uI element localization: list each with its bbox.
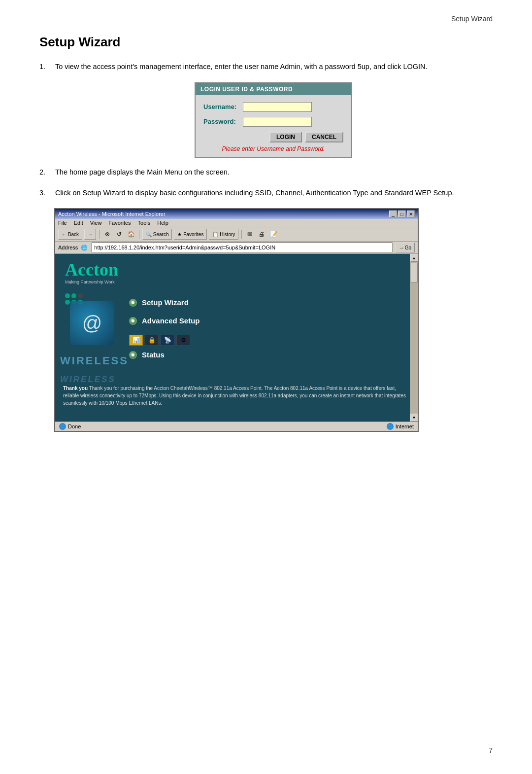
go-button[interactable]: → Go (396, 243, 415, 252)
tb-icon-3[interactable]: 📡 (161, 335, 174, 346)
menu-view[interactable]: View (90, 220, 102, 226)
instructions-list: 1. To view the access point's management… (39, 62, 493, 72)
nav-radio-advanced (129, 317, 137, 325)
refresh-icon[interactable]: ↺ (114, 229, 124, 239)
circle2 (71, 293, 76, 298)
tb-icon-4[interactable]: ⚙ (176, 335, 190, 346)
nav-radio-inner-advanced (132, 319, 134, 322)
nav-radio-inner-setup (132, 301, 134, 304)
toolbar-sep3 (241, 230, 242, 239)
description-text: Thank you Thank you for purchasing the A… (63, 385, 410, 407)
login-dialog: LOGIN USER ID & PASSWORD Username: Passw… (195, 82, 352, 158)
nav-label-advanced-setup: Advanced Setup (142, 317, 200, 325)
password-label: Password: (203, 118, 243, 125)
search-button[interactable]: 🔍 Search (142, 229, 172, 240)
wireless-text: WIRELESS (60, 354, 129, 367)
browser-title: Accton Wireless - Microsoft Internet Exp… (58, 211, 166, 217)
stop-icon[interactable]: ⊗ (102, 229, 112, 239)
instruction-text-2: The home page displays the Main Menu on … (55, 167, 493, 178)
toolbar-sep1 (99, 230, 100, 239)
browser-content: Accton Making Partnership Work @ (55, 254, 418, 422)
at-icon: @ (70, 301, 114, 345)
nav-item-advanced-setup[interactable]: Advanced Setup (129, 317, 200, 325)
accton-logo: Accton (65, 261, 408, 279)
browser-menubar: File Edit View Favorites Tools Help (55, 219, 418, 227)
content-toolbar-icons: 📊 🔒 📡 ⚙ (129, 335, 200, 346)
username-row: Username: (203, 102, 343, 112)
login-error: Please enter Username and Password. (203, 145, 343, 152)
instructions-list-2: 2. The home page displays the Main Menu … (39, 167, 493, 178)
password-row: Password: (203, 117, 343, 127)
address-input[interactable] (92, 243, 392, 252)
favorites-button[interactable]: ★ Favorites (174, 229, 207, 240)
scroll-track (410, 262, 418, 414)
instruction-num-3: 3. (39, 188, 51, 199)
tb-icon-2[interactable]: 🔒 (145, 335, 159, 346)
edit-doc-icon[interactable]: 📝 (268, 229, 278, 239)
accton-tagline: Making Partnership Work (65, 280, 408, 284)
status-internet: 🌐 Internet (387, 423, 414, 430)
login-button[interactable]: LOGIN (269, 132, 302, 142)
scrollbar: ▲ ▼ (410, 254, 418, 422)
page-number: 7 (489, 746, 493, 754)
login-dialog-body: Username: Password: LOGIN CANCEL Please … (196, 95, 351, 157)
password-input[interactable] (243, 117, 312, 127)
back-button[interactable]: ← Back (58, 229, 82, 240)
menu-favorites[interactable]: Favorites (108, 220, 131, 226)
status-done: 🌐 Done (59, 423, 81, 430)
browser-description: Thank you Thank you for purchasing the A… (63, 385, 410, 407)
instruction-item-2: 2. The home page displays the Main Menu … (39, 167, 493, 178)
instruction-item-1: 1. To view the access point's management… (39, 62, 493, 72)
print-icon[interactable]: 🖨 (257, 229, 266, 239)
nav-item-setup-wizard[interactable]: Setup Wizard (129, 298, 200, 307)
minimize-button[interactable]: _ (389, 211, 397, 217)
nav-radio-setup (129, 299, 137, 307)
circle1 (65, 293, 70, 298)
toolbar-sep2 (139, 230, 139, 239)
nav-label-status: Status (142, 351, 165, 359)
accton-header: Accton Making Partnership Work (55, 254, 418, 288)
browser-nav-menu: Setup Wizard Advanced Setup 📊 🔒 📡 ⚙ (129, 298, 200, 369)
nav-radio-status (129, 351, 137, 359)
nav-radio-inner-status (132, 353, 134, 356)
forward-button[interactable]: → (84, 229, 96, 240)
scroll-thumb[interactable] (411, 263, 418, 282)
instruction-num-2: 2. (39, 167, 51, 178)
browser-statusbar: 🌐 Done 🌐 Internet (55, 422, 418, 431)
instruction-item-3: 3. Click on Setup Wizard to display basi… (39, 188, 493, 199)
description-body: Thank you for purchasing the Accton Chee… (63, 386, 406, 406)
menu-edit[interactable]: Edit (74, 220, 83, 226)
page-header: Setup Wizard (451, 15, 493, 23)
menu-tools[interactable]: Tools (138, 220, 151, 226)
login-buttons: LOGIN CANCEL (203, 132, 343, 142)
instruction-text-3: Click on Setup Wizard to display basic c… (55, 188, 493, 199)
home-icon[interactable]: 🏠 (126, 229, 136, 239)
scroll-down-button[interactable]: ▼ (410, 414, 418, 422)
instruction-num-1: 1. (39, 62, 51, 72)
username-label: Username: (203, 103, 243, 110)
browser-titlebar: Accton Wireless - Microsoft Internet Exp… (55, 209, 418, 219)
history-button[interactable]: 📋 History (209, 229, 238, 240)
scroll-up-button[interactable]: ▲ (410, 254, 418, 262)
cancel-button[interactable]: CANCEL (305, 132, 343, 142)
close-button[interactable]: ✕ (407, 211, 415, 217)
done-icon: 🌐 (59, 423, 66, 430)
nav-item-status[interactable]: Status (129, 351, 200, 359)
circle4 (65, 300, 70, 305)
mail-icon[interactable]: ✉ (245, 229, 255, 239)
browser-toolbar: ← Back → ⊗ ↺ 🏠 🔍 Search ★ Favorites 📋 Hi… (55, 227, 418, 242)
status-done-label: Done (68, 423, 81, 429)
username-input[interactable] (243, 102, 312, 112)
window-controls: _ □ ✕ (389, 211, 415, 217)
maximize-button[interactable]: □ (398, 211, 406, 217)
tb-icon-1[interactable]: 📊 (129, 335, 143, 346)
menu-file[interactable]: File (58, 220, 67, 226)
login-dialog-title: LOGIN USER ID & PASSWORD (196, 83, 351, 95)
main-title: Setup Wizard (39, 35, 493, 50)
nav-label-setup-wizard: Setup Wizard (142, 298, 189, 307)
go-arrow-icon: → (399, 245, 404, 250)
address-label: Address (58, 245, 78, 250)
address-icon: 🌐 (81, 245, 88, 251)
menu-help[interactable]: Help (157, 220, 168, 226)
internet-icon: 🌐 (387, 423, 394, 430)
